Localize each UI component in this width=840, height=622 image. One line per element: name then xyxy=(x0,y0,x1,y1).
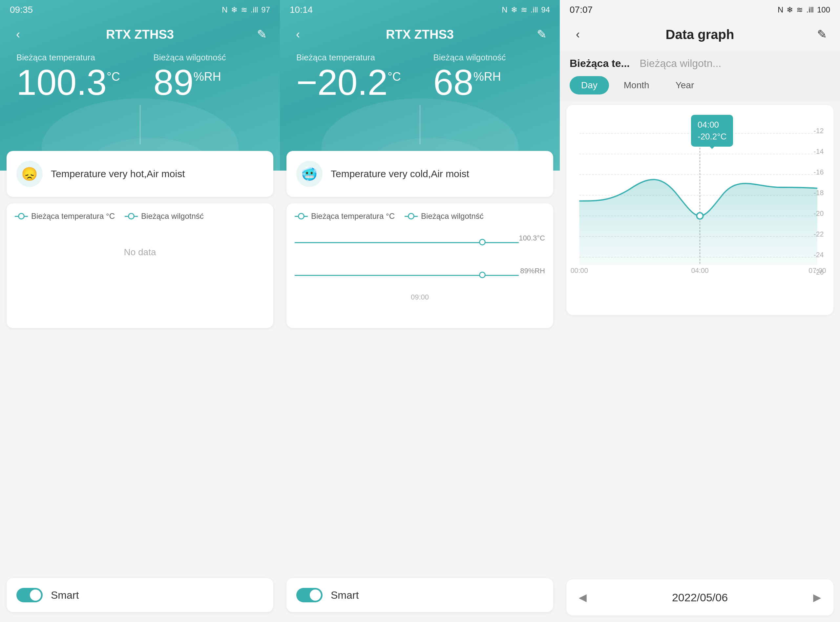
inactive-tab-label: Bieżąca wilgotn... xyxy=(640,57,721,70)
temp-chart-line-2: 100.3°C xyxy=(295,227,545,257)
tab-bar: Day Month Year xyxy=(570,76,830,95)
smart-label-1: Smart xyxy=(51,589,79,601)
temp-label-1: Bieżąca temperatura xyxy=(17,52,127,63)
tooltip-value: -20.2°C xyxy=(698,131,726,142)
nav-bar-2: ‹ RTX ZTHS3 ✎ xyxy=(280,20,560,49)
legend-line-hum-1 xyxy=(125,216,138,217)
temp-dot-2 xyxy=(479,239,486,245)
nav-bar-1: ‹ RTX ZTHS3 ✎ xyxy=(0,20,280,49)
status-card-1: 😞 Temperature very hot,Air moist xyxy=(6,151,273,197)
back-button-2[interactable]: ‹ xyxy=(290,26,306,43)
date-nav: ◄ 2022/05/06 ► xyxy=(566,579,834,616)
temp-value-1: 100.3 °C xyxy=(17,64,127,101)
nav-title-2: RTX ZTHS3 xyxy=(386,27,454,42)
legend-line-hum-2 xyxy=(405,216,418,217)
smart-card-2: Smart xyxy=(287,578,553,612)
status-emoji-1: 😞 xyxy=(17,161,43,187)
smart-label-2: Smart xyxy=(331,589,359,601)
status-text-1: Temperature very hot,Air moist xyxy=(51,168,185,180)
legend-temp-2: Bieżąca temperatura °C xyxy=(295,212,395,221)
graph-nav: ‹ Data graph ✎ xyxy=(560,20,840,49)
temp-value-label-2: 100.3°C xyxy=(519,234,545,242)
prev-date-button[interactable]: ◄ xyxy=(576,590,589,605)
sensor-divider-2 xyxy=(420,105,420,144)
svg-text:07:00: 07:00 xyxy=(808,267,826,274)
legend-line-temp-2 xyxy=(295,216,308,217)
sensor-divider-1 xyxy=(140,105,140,144)
hum-value-label-2: 89%RH xyxy=(520,267,545,275)
status-bar-2: 10:14 N ❄ ≋ .ill 94 xyxy=(280,0,560,20)
time-3: 07:07 xyxy=(570,5,593,15)
next-date-button[interactable]: ► xyxy=(811,590,823,605)
tab-month[interactable]: Month xyxy=(612,76,661,95)
active-tab-label: Bieżąca te... xyxy=(570,57,630,70)
edit-button-3[interactable]: ✎ xyxy=(814,26,830,43)
legend-hum-2: Bieżąca wilgotnść xyxy=(405,212,484,221)
tooltip: 04:00 -20.2°C xyxy=(691,115,733,146)
chart-legend-1: Bieżąca temperatura °C Bieżąca wilgotnść xyxy=(15,212,265,221)
chart-card-1: Bieżąca temperatura °C Bieżąca wilgotnść… xyxy=(6,203,273,328)
chart-area xyxy=(579,180,817,265)
status-emoji-2: 🥶 xyxy=(296,161,323,187)
status-icons-3: N ❄ ≋ .ill 100 xyxy=(777,5,830,14)
graph-container: 04:00 -20.2°C -12 -14 -16 -18 -20 -22 -2… xyxy=(566,105,834,315)
chart-data-2: 100.3°C 89%RH 09:00 xyxy=(295,227,545,302)
temp-unit-1: °C xyxy=(107,71,120,83)
no-data-1: No data xyxy=(15,227,265,277)
hum-chart-line-2: 89%RH xyxy=(295,260,545,290)
status-icons-1: N ❄ ≋ .ill 97 xyxy=(222,5,270,14)
svg-text:-16: -16 xyxy=(814,168,824,176)
graph-title: Data graph xyxy=(666,27,734,42)
hum-label-2: Bieżąca wilgotność xyxy=(433,52,544,63)
hum-value-1: 89 %RH xyxy=(154,64,264,101)
status-bar-3: 07:07 N ❄ ≋ .ill 100 xyxy=(560,0,840,20)
legend-line-temp-1 xyxy=(15,216,28,217)
legend-temp-1: Bieżąca temperatura °C xyxy=(15,212,115,221)
edit-button-2[interactable]: ✎ xyxy=(534,26,550,43)
chart-point xyxy=(697,213,703,219)
edit-button-1[interactable]: ✎ xyxy=(254,26,270,43)
nav-title-1: RTX ZTHS3 xyxy=(106,27,174,42)
panel-2: 10:14 N ❄ ≋ .ill 94 ‹ RTX ZTHS3 ✎ Bieżąc… xyxy=(280,0,560,622)
hum-block-1: Bieżąca wilgotność 89 %RH xyxy=(154,52,264,148)
hum-dot-2 xyxy=(479,271,486,278)
status-text-2: Temperature very cold,Air moist xyxy=(331,168,469,180)
sensor-area-1: Bieżąca temperatura 100.3 °C Bieżąca wil… xyxy=(0,52,280,148)
temp-label-2: Bieżąca temperatura xyxy=(296,52,407,63)
current-date: 2022/05/06 xyxy=(672,591,728,604)
svg-text:04:00: 04:00 xyxy=(691,267,709,274)
svg-text:-14: -14 xyxy=(814,148,824,156)
back-button-3[interactable]: ‹ xyxy=(570,26,586,43)
smart-toggle-1[interactable] xyxy=(17,588,43,602)
hum-label-1: Bieżąca wilgotność xyxy=(154,52,264,63)
temp-unit-2: °C xyxy=(387,71,401,83)
temp-block-2: Bieżąca temperatura −20.2 °C xyxy=(296,52,407,148)
hum-unit-1: %RH xyxy=(194,71,221,83)
tab-selector-area: Bieżąca te... Bieżąca wilgotn... Day Mon… xyxy=(560,51,840,101)
chart-card-2: Bieżąca temperatura °C Bieżąca wilgotnść… xyxy=(287,203,553,328)
back-button-1[interactable]: ‹ xyxy=(10,26,26,43)
tab-labels: Bieżąca te... Bieżąca wilgotn... xyxy=(570,57,830,70)
panel-3: 07:07 N ❄ ≋ .ill 100 ‹ Data graph ✎ Bież… xyxy=(560,0,840,622)
time-2: 10:14 xyxy=(290,5,313,15)
hum-value-2: 68 %RH xyxy=(433,64,544,101)
status-icons-2: N ❄ ≋ .ill 94 xyxy=(502,5,550,14)
status-bar-1: 09:35 N ❄ ≋ .ill 97 xyxy=(0,0,280,20)
status-card-2: 🥶 Temperature very cold,Air moist xyxy=(287,151,553,197)
legend-hum-1: Bieżąca wilgotnść xyxy=(125,212,204,221)
svg-text:-12: -12 xyxy=(814,127,824,135)
svg-text:00:00: 00:00 xyxy=(571,267,588,274)
chart-legend-2: Bieżąca temperatura °C Bieżąca wilgotnść xyxy=(295,212,545,221)
smart-toggle-2[interactable] xyxy=(296,588,323,602)
panel-1: 09:35 N ❄ ≋ .ill 97 ‹ RTX ZTHS3 ✎ Bieżąc… xyxy=(0,0,280,622)
tooltip-time: 04:00 xyxy=(698,119,726,131)
hum-block-2: Bieżąca wilgotność 68 %RH xyxy=(433,52,544,148)
tab-year[interactable]: Year xyxy=(664,76,706,95)
smart-card-1: Smart xyxy=(6,578,273,612)
chart-time-2: 09:00 xyxy=(295,293,545,302)
tab-day[interactable]: Day xyxy=(570,76,609,95)
temp-value-2: −20.2 °C xyxy=(296,64,407,101)
time-1: 09:35 xyxy=(10,5,33,15)
temp-block-1: Bieżąca temperatura 100.3 °C xyxy=(17,52,127,148)
hum-unit-2: %RH xyxy=(474,71,501,83)
